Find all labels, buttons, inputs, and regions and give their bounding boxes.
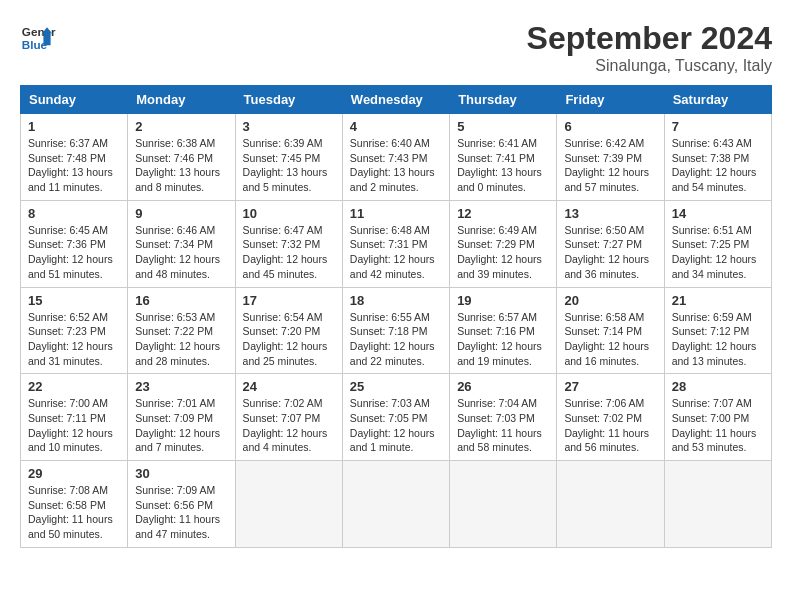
calendar-cell: 12Sunrise: 6:49 AMSunset: 7:29 PMDayligh… [450, 200, 557, 287]
calendar-cell: 16Sunrise: 6:53 AMSunset: 7:22 PMDayligh… [128, 287, 235, 374]
day-info: Sunrise: 6:51 AMSunset: 7:25 PMDaylight:… [672, 223, 764, 282]
day-info: Sunrise: 6:42 AMSunset: 7:39 PMDaylight:… [564, 136, 656, 195]
calendar-cell: 2Sunrise: 6:38 AMSunset: 7:46 PMDaylight… [128, 114, 235, 201]
day-number: 28 [672, 379, 764, 394]
day-info: Sunrise: 7:01 AMSunset: 7:09 PMDaylight:… [135, 396, 227, 455]
day-info: Sunrise: 6:49 AMSunset: 7:29 PMDaylight:… [457, 223, 549, 282]
calendar-cell: 14Sunrise: 6:51 AMSunset: 7:25 PMDayligh… [664, 200, 771, 287]
day-info: Sunrise: 6:50 AMSunset: 7:27 PMDaylight:… [564, 223, 656, 282]
calendar-cell [342, 461, 449, 548]
day-info: Sunrise: 7:03 AMSunset: 7:05 PMDaylight:… [350, 396, 442, 455]
day-number: 13 [564, 206, 656, 221]
day-info: Sunrise: 6:45 AMSunset: 7:36 PMDaylight:… [28, 223, 120, 282]
day-info: Sunrise: 6:48 AMSunset: 7:31 PMDaylight:… [350, 223, 442, 282]
calendar-cell: 23Sunrise: 7:01 AMSunset: 7:09 PMDayligh… [128, 374, 235, 461]
day-number: 14 [672, 206, 764, 221]
calendar-cell: 6Sunrise: 6:42 AMSunset: 7:39 PMDaylight… [557, 114, 664, 201]
header-sunday: Sunday [21, 86, 128, 114]
day-info: Sunrise: 6:46 AMSunset: 7:34 PMDaylight:… [135, 223, 227, 282]
day-info: Sunrise: 6:52 AMSunset: 7:23 PMDaylight:… [28, 310, 120, 369]
week-row: 8Sunrise: 6:45 AMSunset: 7:36 PMDaylight… [21, 200, 772, 287]
day-number: 17 [243, 293, 335, 308]
day-info: Sunrise: 6:55 AMSunset: 7:18 PMDaylight:… [350, 310, 442, 369]
day-info: Sunrise: 6:37 AMSunset: 7:48 PMDaylight:… [28, 136, 120, 195]
day-number: 29 [28, 466, 120, 481]
calendar-cell [664, 461, 771, 548]
day-number: 24 [243, 379, 335, 394]
month-title: September 2024 [527, 20, 772, 57]
svg-text:General: General [22, 25, 56, 38]
day-number: 11 [350, 206, 442, 221]
day-info: Sunrise: 7:08 AMSunset: 6:58 PMDaylight:… [28, 483, 120, 542]
day-info: Sunrise: 6:57 AMSunset: 7:16 PMDaylight:… [457, 310, 549, 369]
day-number: 20 [564, 293, 656, 308]
logo: General Blue [20, 20, 56, 56]
calendar-cell: 7Sunrise: 6:43 AMSunset: 7:38 PMDaylight… [664, 114, 771, 201]
header-tuesday: Tuesday [235, 86, 342, 114]
day-info: Sunrise: 6:59 AMSunset: 7:12 PMDaylight:… [672, 310, 764, 369]
day-number: 4 [350, 119, 442, 134]
header-wednesday: Wednesday [342, 86, 449, 114]
day-info: Sunrise: 7:06 AMSunset: 7:02 PMDaylight:… [564, 396, 656, 455]
day-number: 2 [135, 119, 227, 134]
calendar-cell: 1Sunrise: 6:37 AMSunset: 7:48 PMDaylight… [21, 114, 128, 201]
header-saturday: Saturday [664, 86, 771, 114]
calendar-cell: 22Sunrise: 7:00 AMSunset: 7:11 PMDayligh… [21, 374, 128, 461]
calendar-cell: 3Sunrise: 6:39 AMSunset: 7:45 PMDaylight… [235, 114, 342, 201]
day-info: Sunrise: 6:54 AMSunset: 7:20 PMDaylight:… [243, 310, 335, 369]
day-number: 21 [672, 293, 764, 308]
day-info: Sunrise: 6:40 AMSunset: 7:43 PMDaylight:… [350, 136, 442, 195]
day-number: 10 [243, 206, 335, 221]
day-number: 16 [135, 293, 227, 308]
day-number: 7 [672, 119, 764, 134]
day-info: Sunrise: 7:09 AMSunset: 6:56 PMDaylight:… [135, 483, 227, 542]
calendar-cell: 28Sunrise: 7:07 AMSunset: 7:00 PMDayligh… [664, 374, 771, 461]
calendar-cell: 19Sunrise: 6:57 AMSunset: 7:16 PMDayligh… [450, 287, 557, 374]
calendar-cell: 15Sunrise: 6:52 AMSunset: 7:23 PMDayligh… [21, 287, 128, 374]
header-monday: Monday [128, 86, 235, 114]
calendar-cell: 5Sunrise: 6:41 AMSunset: 7:41 PMDaylight… [450, 114, 557, 201]
week-row: 29Sunrise: 7:08 AMSunset: 6:58 PMDayligh… [21, 461, 772, 548]
day-info: Sunrise: 7:07 AMSunset: 7:00 PMDaylight:… [672, 396, 764, 455]
page-header: General Blue September 2024 Sinalunga, T… [20, 20, 772, 75]
day-info: Sunrise: 6:53 AMSunset: 7:22 PMDaylight:… [135, 310, 227, 369]
day-info: Sunrise: 7:00 AMSunset: 7:11 PMDaylight:… [28, 396, 120, 455]
day-info: Sunrise: 6:38 AMSunset: 7:46 PMDaylight:… [135, 136, 227, 195]
day-info: Sunrise: 6:43 AMSunset: 7:38 PMDaylight:… [672, 136, 764, 195]
day-number: 27 [564, 379, 656, 394]
day-info: Sunrise: 6:39 AMSunset: 7:45 PMDaylight:… [243, 136, 335, 195]
day-number: 6 [564, 119, 656, 134]
calendar-cell: 24Sunrise: 7:02 AMSunset: 7:07 PMDayligh… [235, 374, 342, 461]
calendar-cell: 25Sunrise: 7:03 AMSunset: 7:05 PMDayligh… [342, 374, 449, 461]
calendar-cell: 4Sunrise: 6:40 AMSunset: 7:43 PMDaylight… [342, 114, 449, 201]
calendar-cell [450, 461, 557, 548]
week-row: 1Sunrise: 6:37 AMSunset: 7:48 PMDaylight… [21, 114, 772, 201]
header-friday: Friday [557, 86, 664, 114]
calendar-cell: 26Sunrise: 7:04 AMSunset: 7:03 PMDayligh… [450, 374, 557, 461]
day-number: 5 [457, 119, 549, 134]
calendar-cell: 11Sunrise: 6:48 AMSunset: 7:31 PMDayligh… [342, 200, 449, 287]
calendar-cell [557, 461, 664, 548]
day-number: 15 [28, 293, 120, 308]
day-number: 22 [28, 379, 120, 394]
calendar-cell: 21Sunrise: 6:59 AMSunset: 7:12 PMDayligh… [664, 287, 771, 374]
day-number: 8 [28, 206, 120, 221]
week-row: 22Sunrise: 7:00 AMSunset: 7:11 PMDayligh… [21, 374, 772, 461]
day-info: Sunrise: 6:41 AMSunset: 7:41 PMDaylight:… [457, 136, 549, 195]
day-info: Sunrise: 6:58 AMSunset: 7:14 PMDaylight:… [564, 310, 656, 369]
calendar-cell: 20Sunrise: 6:58 AMSunset: 7:14 PMDayligh… [557, 287, 664, 374]
calendar-cell: 30Sunrise: 7:09 AMSunset: 6:56 PMDayligh… [128, 461, 235, 548]
header-row: Sunday Monday Tuesday Wednesday Thursday… [21, 86, 772, 114]
day-info: Sunrise: 6:47 AMSunset: 7:32 PMDaylight:… [243, 223, 335, 282]
day-number: 25 [350, 379, 442, 394]
calendar-cell: 8Sunrise: 6:45 AMSunset: 7:36 PMDaylight… [21, 200, 128, 287]
day-number: 19 [457, 293, 549, 308]
logo-icon: General Blue [20, 20, 56, 56]
calendar-cell: 27Sunrise: 7:06 AMSunset: 7:02 PMDayligh… [557, 374, 664, 461]
calendar-cell: 29Sunrise: 7:08 AMSunset: 6:58 PMDayligh… [21, 461, 128, 548]
day-number: 26 [457, 379, 549, 394]
day-number: 18 [350, 293, 442, 308]
day-number: 30 [135, 466, 227, 481]
title-block: September 2024 Sinalunga, Tuscany, Italy [527, 20, 772, 75]
day-number: 12 [457, 206, 549, 221]
